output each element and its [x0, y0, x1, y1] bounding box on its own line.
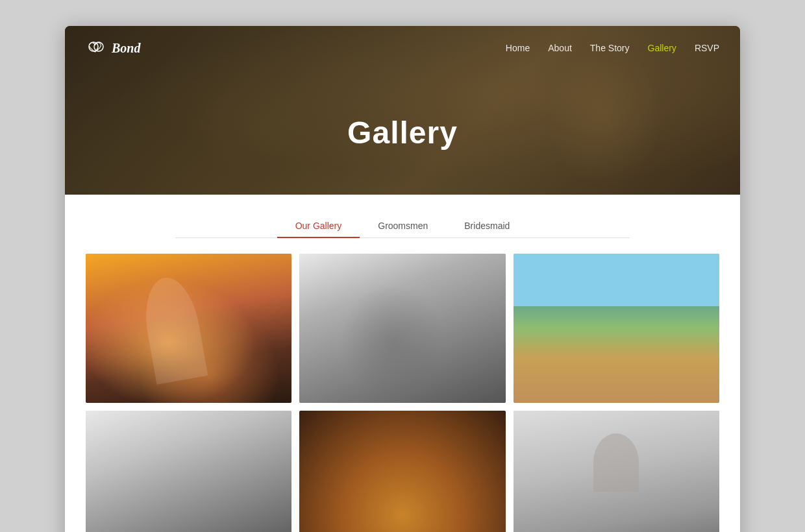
- photo-6: [514, 411, 719, 532]
- hero-section: Bond Home About The Story Gallery RSVP G…: [65, 26, 740, 195]
- tabs-bar: Our Gallery Groomsmen Bridesmaid: [175, 214, 630, 238]
- logo-icon: [86, 38, 106, 58]
- nav-gallery[interactable]: Gallery: [648, 43, 676, 53]
- gallery-item-4[interactable]: [86, 411, 291, 532]
- gallery-section: [65, 238, 740, 532]
- photo-2: [299, 254, 505, 403]
- tab-our-gallery[interactable]: Our Gallery: [277, 214, 360, 237]
- gallery-item-5[interactable]: [299, 411, 505, 532]
- tab-groomsmen[interactable]: Groomsmen: [360, 214, 446, 237]
- nav-rsvp[interactable]: RSVP: [695, 43, 719, 53]
- logo[interactable]: Bond: [86, 38, 140, 58]
- nav-about[interactable]: About: [548, 43, 572, 53]
- photo-4: [86, 411, 291, 532]
- gallery-item-6[interactable]: [514, 411, 719, 532]
- browser-window: Bond Home About The Story Gallery RSVP G…: [65, 26, 740, 532]
- gallery-grid: [86, 254, 719, 532]
- photo-1: [86, 254, 291, 403]
- gallery-item-1[interactable]: [86, 254, 291, 403]
- photo-3: [514, 254, 719, 403]
- page-title: Gallery: [347, 115, 458, 151]
- nav-home[interactable]: Home: [506, 43, 530, 53]
- nav-links: Home About The Story Gallery RSVP: [506, 42, 719, 54]
- logo-text: Bond: [112, 41, 140, 56]
- hero-title-wrapper: Gallery: [65, 70, 740, 195]
- gallery-item-3[interactable]: [514, 254, 719, 403]
- tab-bridesmaid[interactable]: Bridesmaid: [446, 214, 528, 237]
- navbar: Bond Home About The Story Gallery RSVP: [65, 26, 740, 70]
- nav-the-story[interactable]: The Story: [590, 43, 630, 53]
- photo-5: [299, 411, 505, 532]
- gallery-item-2[interactable]: [299, 254, 505, 403]
- tabs-section: Our Gallery Groomsmen Bridesmaid: [65, 195, 740, 238]
